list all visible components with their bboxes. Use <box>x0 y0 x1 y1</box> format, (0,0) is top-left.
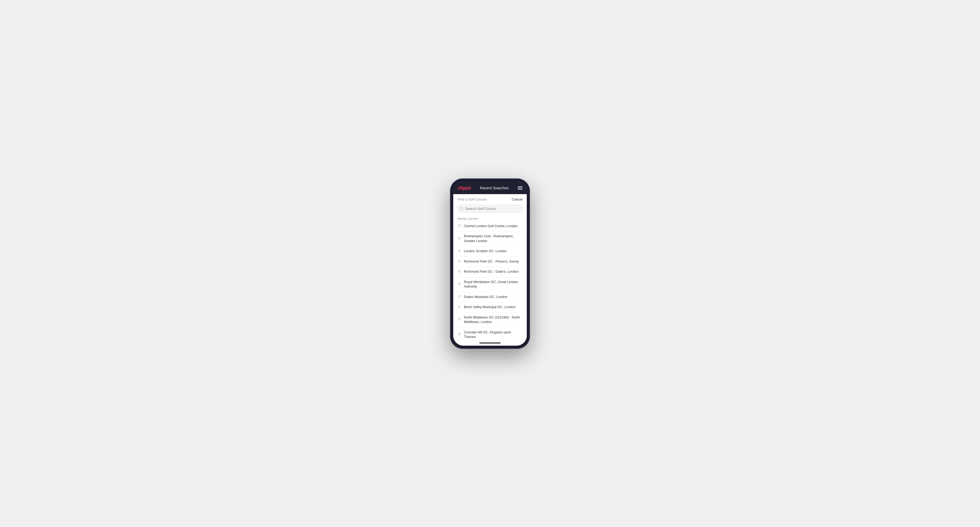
course-item[interactable]: Central London Golf Centre, London <box>453 221 527 232</box>
svg-point-7 <box>459 283 460 284</box>
course-item[interactable]: North Middlesex GC (1011942 - North Midd… <box>453 313 527 327</box>
course-name: Royal Wimbledon GC, Great London Authori… <box>464 280 522 289</box>
cancel-button[interactable]: Cancel <box>512 197 522 201</box>
svg-point-2 <box>459 225 460 226</box>
search-input[interactable] <box>465 206 520 211</box>
svg-point-10 <box>459 319 460 319</box>
location-pin-icon <box>458 333 461 337</box>
course-item[interactable]: Roehampton Club - Roehampton, Greater Lo… <box>453 232 527 246</box>
course-name: North Middlesex GC (1011942 - North Midd… <box>464 315 522 325</box>
course-name: Central London Golf Centre, London <box>464 224 518 229</box>
course-name: London Scottish GC, London <box>464 249 507 254</box>
menu-button[interactable] <box>518 186 522 190</box>
course-item[interactable]: Dukes Meadows GC, London <box>453 292 527 303</box>
location-pin-icon <box>458 224 461 228</box>
search-icon <box>460 206 464 210</box>
svg-point-9 <box>459 306 460 307</box>
course-item[interactable]: Brent Valley Municipal GC, London <box>453 302 527 313</box>
course-item[interactable]: Coombe Hill GC, Kingston upon Thames <box>453 327 527 341</box>
course-name: Coombe Hill GC, Kingston upon Thames <box>464 330 522 340</box>
find-header: Find a Golf Course Cancel <box>453 194 527 203</box>
nav-bar: clippd Recent Searches <box>453 182 527 194</box>
app-logo: clippd <box>458 185 471 191</box>
svg-point-5 <box>459 260 460 261</box>
course-name: Richmond Park GC - Duke's, London <box>464 270 519 274</box>
course-item[interactable]: Royal Wimbledon GC, Great London Authori… <box>453 277 527 292</box>
location-pin-icon <box>458 260 461 264</box>
nearby-section-label: Nearby courses <box>453 216 527 221</box>
course-item[interactable]: Richmond Park GC - Prince's, Surrey <box>453 257 527 267</box>
menu-line-2 <box>518 188 522 188</box>
svg-point-6 <box>459 271 460 271</box>
course-name: Roehampton Club - Roehampton, Greater Lo… <box>464 234 522 243</box>
course-item[interactable]: Richmond Park GC - Duke's, London <box>453 267 527 277</box>
home-bar <box>479 343 501 343</box>
menu-line-3 <box>518 189 522 190</box>
svg-point-4 <box>459 250 460 251</box>
course-item[interactable]: London Scottish GC, London <box>453 246 527 257</box>
location-pin-icon <box>458 237 461 241</box>
search-container <box>453 203 527 216</box>
location-pin-icon <box>458 249 461 253</box>
phone-device: clippd Recent Searches Find a Golf Cours… <box>450 178 530 349</box>
course-name: Brent Valley Municipal GC, London <box>464 305 515 310</box>
svg-point-3 <box>459 238 460 239</box>
course-list: Central London Golf Centre, London Roeha… <box>453 221 527 341</box>
location-pin-icon <box>458 283 461 286</box>
nav-title: Recent Searches <box>480 186 508 190</box>
course-name: Richmond Park GC - Prince's, Surrey <box>464 259 519 264</box>
location-pin-icon <box>458 270 461 274</box>
location-pin-icon <box>458 305 461 309</box>
svg-point-8 <box>459 296 460 297</box>
menu-line-1 <box>518 186 522 187</box>
find-label: Find a Golf Course <box>458 197 487 201</box>
svg-point-11 <box>459 334 460 335</box>
course-name: Dukes Meadows GC, London <box>464 295 508 300</box>
phone-screen: clippd Recent Searches Find a Golf Cours… <box>453 182 527 346</box>
location-pin-icon <box>458 295 461 299</box>
location-pin-icon <box>458 318 461 322</box>
home-indicator <box>453 341 527 346</box>
content-area: Find a Golf Course Cancel Nearby courses <box>453 194 527 341</box>
svg-line-1 <box>462 209 463 210</box>
search-box <box>457 205 523 213</box>
